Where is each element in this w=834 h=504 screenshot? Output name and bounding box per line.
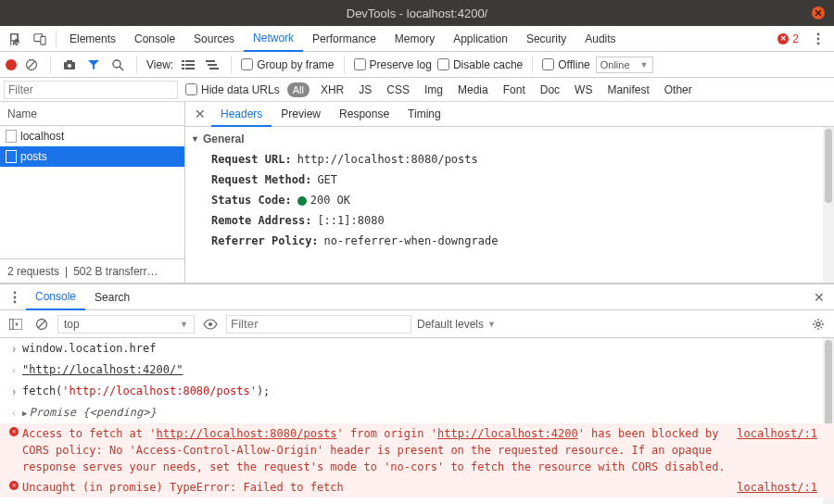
console-output[interactable]: › window.location.href ‹ "http://localho… <box>0 338 834 504</box>
request-row[interactable]: posts <box>0 146 184 167</box>
hide-data-urls-checkbox[interactable]: Hide data URLs <box>185 83 280 96</box>
network-filter-input[interactable] <box>4 81 178 99</box>
console-result-line: ‹ ▶Promise {<pending>} <box>0 402 834 423</box>
waterfall-toggle-icon[interactable] <box>203 59 221 70</box>
drawer-tab-search[interactable]: Search <box>85 284 139 309</box>
tab-network[interactable]: Network <box>244 26 303 52</box>
request-row[interactable]: localhost <box>0 126 184 146</box>
large-rows-icon[interactable] <box>179 59 197 70</box>
console-error-line: ✕ Uncaught (in promise) TypeError: Faile… <box>0 477 834 498</box>
filter-type-css[interactable]: CSS <box>383 82 413 98</box>
detail-tabs: ✕ Headers Preview Response Timing <box>185 102 834 127</box>
inspect-element-icon[interactable] <box>4 26 28 51</box>
svg-rect-15 <box>182 68 184 69</box>
error-source-link[interactable]: localhost/:1 <box>737 479 817 496</box>
search-network-icon[interactable] <box>108 58 127 71</box>
main-toolbar: Elements Console Sources Network Perform… <box>0 26 834 52</box>
console-context-select[interactable]: top▼ <box>57 315 195 334</box>
detail-tab-headers[interactable]: Headers <box>211 102 272 127</box>
drawer-menu-icon[interactable] <box>4 291 26 304</box>
svg-point-21 <box>14 296 17 298</box>
status-dot-icon <box>297 196 307 206</box>
filter-bar: Hide data URLs All XHR JS CSS Img Media … <box>0 78 834 102</box>
filter-type-img[interactable]: Img <box>421 82 447 98</box>
console-input-line: › window.location.href <box>0 338 834 359</box>
svg-rect-24 <box>9 319 13 330</box>
svg-rect-11 <box>182 60 184 62</box>
filter-type-media[interactable]: Media <box>454 82 492 98</box>
svg-point-26 <box>208 322 212 326</box>
svg-point-20 <box>14 291 17 294</box>
tab-console[interactable]: Console <box>125 26 184 51</box>
error-source-link[interactable]: localhost/:1 <box>737 425 817 442</box>
filter-type-all[interactable]: All <box>287 82 310 97</box>
filter-type-other[interactable]: Other <box>661 82 696 98</box>
filter-type-doc[interactable]: Doc <box>537 82 563 98</box>
tab-security[interactable]: Security <box>517 26 575 51</box>
tab-sources[interactable]: Sources <box>184 26 244 51</box>
chevron-left-icon: ‹ <box>6 361 22 379</box>
chevron-right-icon: › <box>6 499 22 504</box>
record-button[interactable] <box>6 59 17 70</box>
throttling-select[interactable]: Online▼ <box>596 57 653 73</box>
offline-checkbox[interactable]: Offline <box>542 58 589 71</box>
tab-performance[interactable]: Performance <box>303 26 385 51</box>
network-toolbar: View: Group by frame Preserve log Disabl… <box>0 52 834 78</box>
error-icon: ✕ <box>9 427 19 436</box>
svg-point-3 <box>817 32 820 35</box>
svg-point-27 <box>816 322 820 326</box>
window-titlebar: DevTools - localhost:4200/ <box>0 0 834 26</box>
detail-tab-timing[interactable]: Timing <box>398 102 450 126</box>
drawer-close-icon[interactable]: ✕ <box>808 290 830 305</box>
error-icon: ✕ <box>9 481 19 490</box>
svg-point-10 <box>113 60 120 68</box>
column-header-name[interactable]: Name <box>0 102 184 126</box>
console-error-line: ✕ Access to fetch at 'http://localhost:8… <box>0 423 834 477</box>
chevron-left-icon: ‹ <box>6 404 22 422</box>
clear-icon[interactable] <box>22 58 41 71</box>
devtools-tabs: Elements Console Sources Network Perform… <box>60 26 626 51</box>
drawer-tab-console[interactable]: Console <box>26 284 85 310</box>
expand-icon[interactable]: ▶ <box>22 409 27 418</box>
console-settings-icon[interactable] <box>808 318 828 331</box>
svg-point-9 <box>68 64 71 68</box>
svg-rect-18 <box>208 64 217 66</box>
error-count-badge[interactable]: ✕2 <box>777 32 799 45</box>
close-detail-icon[interactable]: ✕ <box>189 107 211 121</box>
group-by-frame-checkbox[interactable]: Group by frame <box>241 58 334 71</box>
filter-type-xhr[interactable]: XHR <box>317 82 348 98</box>
request-detail-pane: ✕ Headers Preview Response Timing ▼Gener… <box>185 102 834 283</box>
disable-cache-checkbox[interactable]: Disable cache <box>437 58 523 71</box>
tab-elements[interactable]: Elements <box>60 26 125 51</box>
console-sidebar-toggle-icon[interactable] <box>6 319 26 330</box>
tab-memory[interactable]: Memory <box>385 26 444 51</box>
console-filter-input[interactable] <box>226 315 411 334</box>
scrollbar[interactable] <box>823 127 834 283</box>
filter-type-manifest[interactable]: Manifest <box>603 82 652 98</box>
live-expression-icon[interactable] <box>200 319 221 330</box>
section-general[interactable]: ▼General <box>185 127 823 149</box>
console-prompt[interactable]: › <box>0 498 834 504</box>
header-request-url: Request URL:http://localhost:8080/posts <box>185 149 823 170</box>
tab-application[interactable]: Application <box>444 26 517 51</box>
detail-tab-response[interactable]: Response <box>330 102 398 126</box>
more-menu-icon[interactable] <box>806 26 830 51</box>
filter-toggle-icon[interactable] <box>84 59 103 70</box>
device-toolbar-icon[interactable] <box>28 26 52 51</box>
svg-point-4 <box>817 37 820 40</box>
filter-type-js[interactable]: JS <box>355 82 375 98</box>
svg-rect-13 <box>182 64 184 66</box>
filter-type-font[interactable]: Font <box>499 82 529 98</box>
detail-tab-preview[interactable]: Preview <box>272 102 330 126</box>
tab-audits[interactable]: Audits <box>575 26 625 51</box>
screenshot-icon[interactable] <box>60 59 79 70</box>
preserve-log-checkbox[interactable]: Preserve log <box>354 58 432 71</box>
log-levels-select[interactable]: Default levels▼ <box>417 318 496 331</box>
console-clear-icon[interactable] <box>32 318 52 331</box>
filter-type-ws[interactable]: WS <box>571 82 596 98</box>
svg-point-22 <box>14 300 17 303</box>
window-close-button[interactable] <box>812 6 825 19</box>
chevron-right-icon: › <box>6 383 22 400</box>
document-icon <box>6 130 17 143</box>
header-request-method: Request Method:GET <box>185 170 823 190</box>
